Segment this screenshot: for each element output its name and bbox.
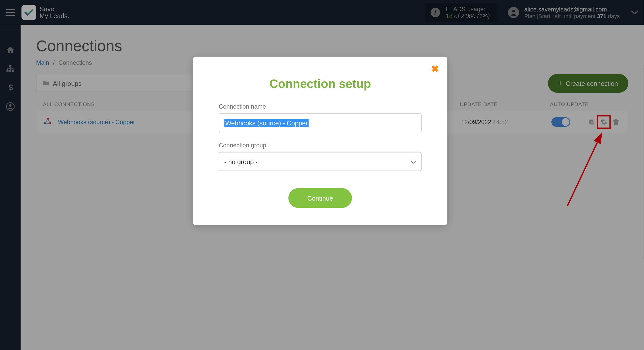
connection-setup-modal: ✖ Connection setup Connection name Webho… [193,57,448,225]
modal-title: Connection setup [219,77,422,91]
close-icon[interactable]: ✖ [431,64,439,74]
connection-name-input[interactable]: Webhooks (source) - Copper [219,113,422,132]
chevron-down-icon [411,158,416,165]
continue-button[interactable]: Continue [288,188,352,208]
connection-group-select[interactable]: - no group - [219,152,422,171]
connection-group-label: Connection group [219,142,422,149]
connection-name-label: Connection name [219,103,422,110]
